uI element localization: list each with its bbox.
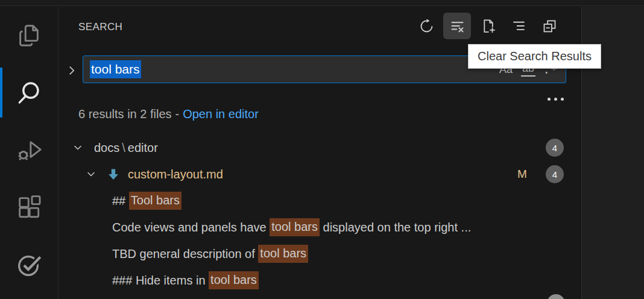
search-match-row[interactable]: Code views and panels have tool bars dis… (59, 214, 575, 241)
testing-icon (15, 251, 43, 279)
match-text-highlight: tool bars (258, 245, 308, 263)
clear-search-results-button[interactable] (443, 13, 471, 39)
file-name: custom-layout.md (128, 168, 223, 181)
files-explorer-icon (15, 22, 43, 49)
search-query-text: tool bars (90, 62, 141, 77)
markdown-file-icon (106, 166, 121, 182)
activity-bar (0, 7, 58, 299)
match-text-before: Code views and panels have (112, 221, 270, 234)
match-text-before: TBD general description of (112, 247, 258, 261)
ellipsis-icon (554, 98, 557, 101)
match-text-highlight: Tool bars (129, 192, 182, 210)
collapse-all-icon (541, 18, 558, 34)
clear-search-results-icon (449, 18, 466, 34)
open-in-editor-link[interactable]: Open in editor (183, 107, 259, 121)
path-separator: \ (122, 141, 125, 154)
selected-text: tool bars (90, 60, 141, 78)
chevron-down-icon[interactable] (72, 142, 84, 154)
sidebar-item-run-debug[interactable] (0, 121, 58, 178)
match-text-before: ## (112, 194, 129, 208)
result-folder-row[interactable]: docs\editor 4 (59, 134, 575, 161)
search-match-row[interactable]: ## Tool bars (59, 187, 575, 214)
extensions-icon (15, 194, 43, 221)
results-count: 6 results in 2 files (78, 107, 172, 121)
ellipsis-icon (561, 98, 564, 101)
chevron-down-icon[interactable] (85, 168, 97, 180)
clipped-match-count-badge (547, 294, 565, 299)
folder-path: docs\editor (94, 141, 158, 155)
match-text-highlight: tool bars (270, 218, 320, 236)
search-match-row[interactable]: ### Hide items in tool bars (59, 267, 575, 294)
folder-match-count-badge: 4 (546, 139, 564, 157)
new-search-editor-icon (480, 18, 496, 34)
results-summary: 6 results in 2 files-Open in editor (78, 107, 259, 121)
tooltip-text: Clear Search Results (478, 49, 592, 63)
list-tree-icon (511, 18, 527, 34)
folder-segment: docs (94, 141, 119, 154)
vscode-window: SEARCH (0, 0, 644, 299)
result-file-row[interactable]: custom-layout.md M 4 (59, 161, 575, 187)
open-new-search-editor-button[interactable] (474, 13, 502, 39)
tooltip: Clear Search Results (468, 44, 601, 69)
collapse-all-button[interactable] (535, 13, 563, 39)
search-match-row[interactable]: TBD general description of tool bars (59, 241, 575, 267)
panel-title: SEARCH (78, 21, 122, 33)
sidebar-item-search[interactable] (0, 64, 58, 121)
run-debug-icon (15, 136, 43, 164)
refresh-icon (418, 18, 435, 34)
view-as-tree-button[interactable] (505, 13, 532, 39)
folder-segment: editor (128, 141, 158, 154)
chevron-right-icon (65, 64, 78, 77)
ellipsis-icon (548, 98, 551, 101)
sidebar-item-extensions[interactable] (0, 178, 58, 236)
panel-toolbar (412, 13, 563, 39)
match-text-before: ### Hide items in (112, 274, 209, 288)
match-text-highlight: tool bars (209, 271, 259, 289)
search-icon (15, 79, 43, 107)
refresh-button[interactable] (412, 13, 440, 39)
sidebar-item-testing[interactable] (0, 236, 58, 293)
git-modified-badge: M (517, 168, 527, 181)
toggle-replace-button[interactable] (63, 60, 81, 81)
search-panel: SEARCH (59, 7, 581, 299)
toggle-search-details-button[interactable] (545, 95, 566, 103)
match-text-after: displayed on the top right ... (320, 221, 471, 234)
titlebar-edge (0, 0, 644, 6)
file-match-count-badge: 4 (546, 165, 564, 183)
sidebar-item-explorer[interactable] (0, 7, 58, 64)
separator: - (175, 107, 180, 121)
